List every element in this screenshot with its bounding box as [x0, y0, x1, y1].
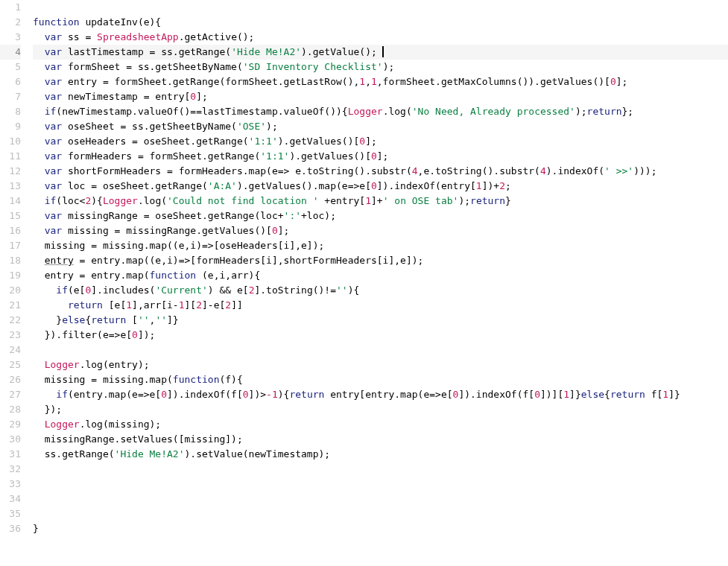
- token-plain: .log(: [383, 106, 412, 117]
- token-plain: ];: [377, 150, 389, 162]
- code-line[interactable]: function updateInv(e){: [33, 15, 728, 30]
- token-plain: }: [33, 523, 39, 534]
- code-line[interactable]: Logger.log(entry);: [33, 357, 728, 372]
- token-plain: ).setValue(newTimestamp);: [185, 448, 331, 460]
- token-plain: ]}: [668, 389, 680, 400]
- token-str: 'Current': [155, 284, 207, 296]
- token-plain: );: [383, 61, 395, 72]
- token-plain: missingRange = oseSheet.getRange(loc+: [62, 210, 283, 221]
- code-line[interactable]: [33, 462, 728, 477]
- token-plain: ).getValues()[: [278, 136, 360, 147]
- token-num: 2: [225, 299, 231, 311]
- code-line[interactable]: var entry = formSheet.getRange(formSheet…: [33, 74, 728, 89]
- token-plain: ){: [278, 389, 290, 400]
- token-kw: var: [45, 180, 62, 191]
- code-line[interactable]: entry = entry.map(function (e,i,arr){: [33, 268, 728, 283]
- token-type: Logger: [103, 195, 138, 206]
- code-line[interactable]: var oseHeaders = oseSheet.getRange('1:1'…: [33, 134, 728, 149]
- code-line[interactable]: [33, 477, 728, 492]
- code-line[interactable]: if(loc<2){Logger.log('Could not find loc…: [33, 194, 728, 209]
- token-plain: (loc<: [56, 195, 85, 206]
- token-kw: var: [45, 150, 62, 162]
- code-area[interactable]: function updateInv(e){ var ss = Spreadsh…: [27, 0, 728, 566]
- code-line[interactable]: var formHeaders = formSheet.getRange('1:…: [33, 149, 728, 164]
- code-line[interactable]: [33, 0, 728, 15]
- code-line[interactable]: var ss = SpreadsheetApp.getActive();: [33, 30, 728, 45]
- code-line[interactable]: return [e[1],arr[i-1][2]-e[2]]: [33, 298, 728, 313]
- code-line[interactable]: ss.getRange('Hide Me!A2').setValue(newTi…: [33, 447, 728, 462]
- token-str: '': [336, 284, 348, 296]
- line-number: 8: [0, 104, 21, 119]
- code-line[interactable]: var newTimestamp = entry[0];: [33, 89, 728, 104]
- token-plain: ])>: [249, 389, 266, 400]
- token-plain: );: [458, 195, 470, 206]
- token-plain: lastTimestamp = ss.getRange(: [62, 46, 231, 57]
- line-number: 24: [0, 343, 21, 357]
- token-num: 2: [196, 299, 202, 311]
- token-plain: shortFormHeaders = formHeaders.map(e=> e…: [62, 165, 412, 177]
- token-kw: return: [68, 299, 103, 311]
- token-kw: var: [45, 136, 62, 147]
- code-line[interactable]: });: [33, 402, 728, 417]
- token-plain: .log(: [138, 195, 167, 206]
- code-line[interactable]: var missingRange = oseSheet.getRange(loc…: [33, 209, 728, 223]
- token-str: 'SD Inventory Checklist': [243, 61, 383, 72]
- code-line[interactable]: }: [33, 521, 728, 536]
- token-num: 0: [132, 329, 138, 340]
- token-plain: entry = entry.map(: [45, 270, 150, 281]
- code-line[interactable]: }else{return ['','']}: [33, 313, 728, 328]
- code-line[interactable]: var missing = missingRange.getValues()[0…: [33, 223, 728, 238]
- code-line[interactable]: if(newTimestamp.valueOf()==lastTimestamp…: [33, 104, 728, 119]
- token-str: 'Could not find location ': [167, 195, 319, 206]
- code-line[interactable]: entry = entry.map((e,i)=>[formHeaders[i]…: [33, 253, 728, 268]
- token-num: 1: [662, 389, 668, 400]
- code-line[interactable]: missing = missing.map(function(f){: [33, 372, 728, 387]
- token-plain: {: [604, 389, 610, 400]
- code-line[interactable]: [33, 343, 728, 357]
- token-plain: f[: [645, 389, 662, 400]
- code-line[interactable]: [33, 492, 728, 506]
- code-line[interactable]: if(e[0].includes('Current') && e[2].toSt…: [33, 283, 728, 298]
- token-plain: ).getValues()[: [289, 150, 371, 162]
- token-kw: if: [45, 106, 57, 117]
- token-plain: entry = formSheet.getRange(formSheet.get…: [62, 76, 359, 87]
- token-kw: function: [173, 374, 220, 385]
- token-plain: }: [505, 195, 511, 206]
- code-line[interactable]: missingRange.setValues([missing]);: [33, 432, 728, 447]
- code-editor[interactable]: 1234567891011121314151617181920212223242…: [0, 0, 728, 566]
- token-plain: (e[: [68, 284, 85, 296]
- token-plain: ,: [365, 76, 371, 87]
- token-kw: var: [45, 31, 62, 42]
- code-line[interactable]: missing = missing.map((e,i)=>[oseHeaders…: [33, 238, 728, 253]
- code-line[interactable]: var lastTimestamp = ss.getRange('Hide Me…: [33, 45, 728, 60]
- code-line[interactable]: var loc = oseSheet.getRange('A:A').getVa…: [33, 179, 728, 194]
- token-num: -1: [266, 389, 278, 400]
- code-line[interactable]: var formSheet = ss.getSheetByName('SD In…: [33, 60, 728, 74]
- line-number: 20: [0, 283, 21, 298]
- token-kw: var: [45, 121, 62, 132]
- token-plain: ])][: [540, 389, 563, 400]
- token-type: SpreadsheetApp: [97, 31, 179, 42]
- line-number: 14: [0, 194, 21, 209]
- code-line[interactable]: if(entry.map(e=>e[0]).indexOf(f[0])>-1){…: [33, 387, 728, 402]
- token-num: 0: [272, 225, 278, 236]
- token-type: Logger: [45, 419, 80, 430]
- code-line[interactable]: [33, 506, 728, 521]
- code-line[interactable]: var oseSheet = ss.getSheetByName('OSE');: [33, 119, 728, 134]
- token-plain: ].includes(: [91, 284, 155, 296]
- line-number: 35: [0, 506, 21, 521]
- token-kw: function: [33, 16, 80, 28]
- code-line[interactable]: }).filter(e=>e[0]);: [33, 328, 728, 343]
- code-line[interactable]: var shortFormHeaders = formHeaders.map(e…: [33, 164, 728, 179]
- token-str: ':': [284, 210, 301, 221]
- token-plain: ];: [278, 225, 290, 236]
- line-number-gutter: 1234567891011121314151617181920212223242…: [0, 0, 27, 566]
- token-kw: return: [289, 389, 324, 400]
- token-plain: (newTimestamp.valueOf()==lastTimestamp.v…: [56, 106, 347, 117]
- token-num: 1: [365, 195, 371, 206]
- code-line[interactable]: Logger.log(missing);: [33, 417, 728, 432]
- token-plain: ];: [196, 91, 208, 102]
- token-plain: ][: [185, 299, 197, 311]
- token-plain: ).getValue();: [301, 46, 377, 57]
- token-plain: );: [266, 121, 278, 132]
